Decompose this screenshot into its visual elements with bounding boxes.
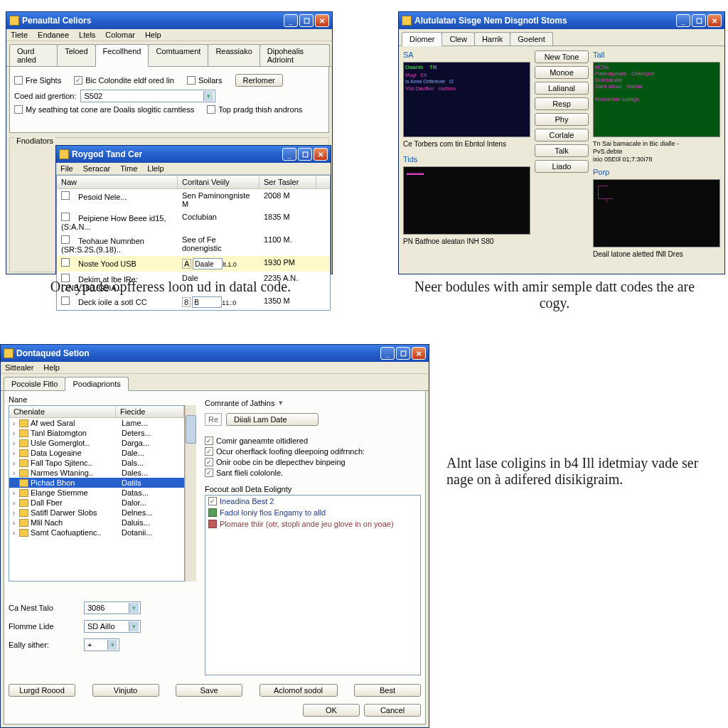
col-tasler[interactable]: Ser Tasler bbox=[259, 176, 316, 188]
tab-diomer[interactable]: Diomer bbox=[402, 32, 442, 46]
table-row[interactable]: Noste Yood USBAlt.1.01930 PM bbox=[57, 256, 330, 272]
tree-view[interactable]: Cheniate Fiecide ›Af wed SaralLame...›Ta… bbox=[9, 405, 185, 582]
thumbnail-1[interactable]: Daants Titl Mogr Eh Is Anne Onferever ⊡ … bbox=[403, 62, 530, 137]
list-item[interactable]: ›Data LogeaineDale... bbox=[9, 448, 184, 458]
checkbox-bic[interactable]: ✓Bic Colondite eldf ored lin bbox=[74, 76, 174, 85]
minimize-button[interactable]: _ bbox=[284, 14, 298, 27]
checkbox-top[interactable]: Top pradg thish androns bbox=[207, 105, 302, 114]
tab-harrik[interactable]: Harrik bbox=[474, 32, 510, 46]
maximize-button[interactable]: ☐ bbox=[396, 347, 410, 360]
tab-poodiaprionts[interactable]: Poodiaprionts bbox=[65, 377, 128, 391]
btn-corlale[interactable]: Corlale bbox=[535, 129, 589, 141]
tab-teloed[interactable]: Teloed bbox=[57, 44, 95, 66]
btn-talk[interactable]: Talk bbox=[535, 144, 589, 157]
list-item[interactable]: ›Dall FberDalor... bbox=[9, 498, 184, 508]
thumbnail-4[interactable]: ┌──│└─┬─ bbox=[593, 179, 720, 247]
chevron-down-icon[interactable]: ▾ bbox=[279, 398, 283, 407]
thumbnail-2[interactable]: IICSsPalenapnale OelespréDolmalulatSarit… bbox=[593, 62, 720, 137]
minimize-button[interactable]: _ bbox=[380, 347, 395, 360]
menu-item[interactable]: Help bbox=[145, 31, 161, 39]
tab-comtuament[interactable]: Comtuament bbox=[148, 44, 208, 66]
list-item[interactable]: ›Mlil NachDaluis... bbox=[9, 518, 184, 528]
btn-newtone[interactable]: New Tone bbox=[535, 50, 589, 63]
btn-cancel[interactable]: Cancel bbox=[364, 704, 421, 717]
combo-canest[interactable]: 3086 bbox=[84, 601, 141, 614]
tab-goelent[interactable]: Goelent bbox=[510, 32, 553, 46]
menu-item[interactable]: Colomar bbox=[105, 31, 135, 39]
tab-pocoisle[interactable]: Pocoisle Fitlo bbox=[4, 377, 65, 390]
list-item[interactable]: ›Af wed SaralLame... bbox=[9, 418, 184, 428]
scrollbar[interactable] bbox=[185, 405, 196, 582]
chk-onir[interactable]: ✓Onir oobe cin be dlepecthev binpeing bbox=[205, 458, 421, 466]
combo-eally[interactable]: + bbox=[84, 638, 119, 651]
titlebar-1[interactable]: Penaultal Celiors _ ☐ ✕ bbox=[6, 12, 332, 29]
maximize-button[interactable]: ☐ bbox=[298, 148, 312, 161]
btn-lurgd[interactable]: Lurgd Roood bbox=[9, 684, 75, 697]
col-cheniate[interactable]: Cheniate bbox=[9, 406, 116, 417]
list-item[interactable]: ›Elange StiemmeDatas... bbox=[9, 488, 184, 498]
link-fadol[interactable]: Fadol loniy fios Engamy to alld bbox=[205, 507, 420, 518]
close-button[interactable]: ✕ bbox=[412, 347, 426, 360]
btn-best[interactable]: Best bbox=[354, 684, 421, 697]
table-row[interactable]: Teohaue Numnben (SR:S.2S.(9.18)..See of … bbox=[57, 233, 330, 256]
col-veiily[interactable]: Coritani Veiily bbox=[178, 176, 259, 188]
btn-resp[interactable]: Resp bbox=[535, 97, 589, 110]
titlebar-3[interactable]: Dontaqued Setion _ ☐ ✕ bbox=[1, 345, 429, 362]
btn-ok[interactable]: OK bbox=[303, 704, 360, 717]
btn-vinjuto[interactable]: Vinjuto bbox=[92, 684, 159, 697]
tab-dipohealis[interactable]: Dipohealis Adrioint bbox=[259, 44, 330, 66]
list-item[interactable]: ›Pichad BhonDatils bbox=[9, 478, 184, 488]
list-item[interactable]: ›Tanl BiatomgtonDeters... bbox=[9, 428, 184, 438]
tab-fecollhend[interactable]: Fecollhend bbox=[95, 44, 149, 67]
menu-item[interactable]: Ltels bbox=[79, 31, 95, 39]
menu-item[interactable]: File bbox=[60, 164, 73, 173]
link-plomare[interactable]: Plomare thiir (otr, stopli ande jeu glov… bbox=[205, 518, 420, 530]
maximize-button[interactable]: ☐ bbox=[299, 14, 314, 27]
table-row[interactable]: Deck ioile a sotI CC811.:01350 M bbox=[57, 294, 330, 310]
btn-liado[interactable]: Liado bbox=[535, 160, 589, 173]
combo-flomme[interactable]: SD Aillo bbox=[84, 620, 141, 633]
btn-lalianal[interactable]: Lalianal bbox=[535, 82, 589, 95]
minimize-button[interactable]: _ bbox=[676, 14, 690, 27]
chk-comir[interactable]: ✓Comir ganeamte oltidlered bbox=[205, 437, 421, 445]
menu-item[interactable]: Endanee bbox=[38, 31, 69, 39]
minimize-button[interactable]: _ bbox=[282, 148, 296, 161]
menu-item[interactable]: Llelp bbox=[147, 164, 164, 173]
btn-phy[interactable]: Phy bbox=[535, 113, 589, 126]
btn-diiali[interactable]: Diiali Lam Date bbox=[226, 413, 318, 426]
col-naw[interactable]: Naw bbox=[57, 176, 178, 188]
tab-reassiako[interactable]: Reassiako bbox=[208, 44, 259, 66]
menu-item[interactable]: Seracar bbox=[83, 164, 111, 173]
tab-ourd[interactable]: Ourd anled bbox=[9, 44, 58, 66]
list-item[interactable]: ›Samt Caofuaptienc..Dotanii... bbox=[9, 528, 184, 537]
menu-item[interactable]: Help bbox=[43, 363, 60, 372]
link-ineadina[interactable]: ✓Ineadina Best 2 bbox=[205, 496, 420, 507]
chk-ocur[interactable]: ✓Ocur oherflack loofing dleepoing odifrn… bbox=[205, 447, 421, 456]
table-row[interactable]: Peipiene How Beee id15, (S:A.N...Coclubi… bbox=[57, 210, 330, 233]
btn-aclomof[interactable]: Aclomof sodol bbox=[259, 684, 338, 697]
rerlomer-button[interactable]: Rerlomer bbox=[235, 74, 283, 87]
menu-item[interactable]: Tiete bbox=[11, 31, 28, 39]
close-button[interactable]: ✕ bbox=[314, 148, 328, 161]
list-item[interactable]: ›Satifl Darwer SlobsDelnes... bbox=[9, 508, 184, 518]
list-item[interactable]: ›Narmes Wtaning..Dales... bbox=[9, 468, 184, 478]
maximize-button[interactable]: ☐ bbox=[692, 14, 706, 27]
menu-item[interactable]: Time bbox=[120, 164, 137, 173]
col-fiecide[interactable]: Fiecide bbox=[116, 406, 184, 417]
titlebar-1b[interactable]: Roygod Tand Cer _ ☐ ✕ bbox=[56, 146, 331, 163]
menu-item[interactable]: Sittealer bbox=[5, 363, 33, 372]
titlebar-2[interactable]: Alutulatan Sisge Nem Disgnotl Stoms _ ☐ … bbox=[399, 12, 724, 29]
thumbnail-3[interactable]: ▬▬▬ bbox=[403, 166, 530, 235]
list-item[interactable]: ›Usle Gomerglot..Darga... bbox=[9, 438, 184, 448]
checkbox-soilars[interactable]: Soilars bbox=[187, 76, 223, 85]
btn-monoe[interactable]: Monoe bbox=[535, 66, 589, 79]
tab-clew[interactable]: Clew bbox=[441, 32, 474, 46]
list-item[interactable]: ›Fall Tapo Sjitenc..Dals... bbox=[9, 458, 184, 468]
checkbox-fre[interactable]: Fre Sights bbox=[14, 76, 61, 85]
chk-sant[interactable]: ✓Sant flieli cololonle. bbox=[205, 469, 421, 477]
close-button[interactable]: ✕ bbox=[707, 14, 722, 27]
table-row[interactable]: Pesoid Nele...Sen Paminongniste M2008 M bbox=[57, 189, 330, 210]
combo-coed[interactable]: S502 bbox=[80, 90, 215, 102]
btn-save[interactable]: Save bbox=[176, 684, 242, 697]
checkbox-my[interactable]: My seathing tat cone are Doalis slogitic… bbox=[14, 105, 194, 114]
